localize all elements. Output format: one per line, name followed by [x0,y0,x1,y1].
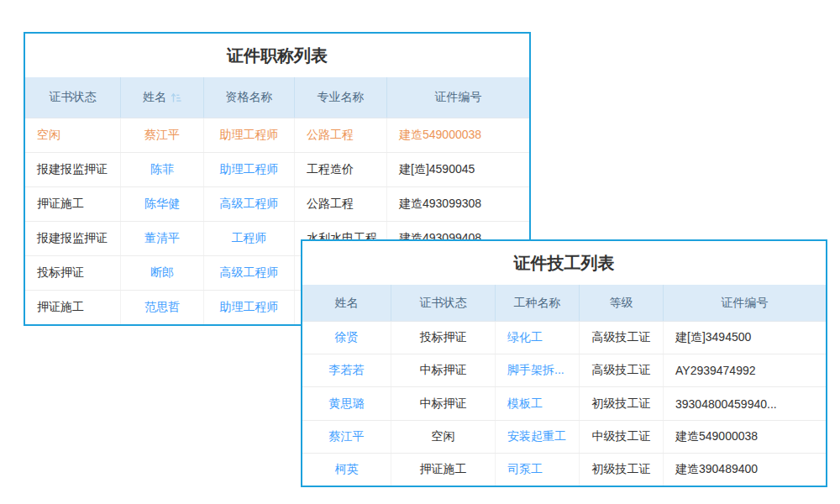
table-header-row: 证书状态 姓名 资格名称 专业名称 证件编号 [25,77,529,118]
cell-cert-no: 建[造]4590045 [387,153,529,186]
cell-job-type-link[interactable]: 司泵工 [496,454,580,486]
cell-name-link[interactable]: 范思哲 [121,291,204,324]
cell-job-type-link[interactable]: 安装起重工 [496,421,580,453]
table-header-row: 姓名 证书状态 工种名称 等级 证件编号 [302,285,826,321]
cell-name-link[interactable]: 陈华健 [121,187,204,221]
cell-status: 投标押证 [391,322,496,354]
cell-cert-no: AY2939474992 [664,354,826,386]
column-header-name[interactable]: 姓名 [121,77,204,118]
column-header-major: 专业名称 [295,77,387,118]
cell-status: 中标押证 [391,354,496,386]
cell-job-type-link[interactable]: 绿化工 [496,322,580,354]
cell-name-link[interactable]: 李若若 [302,354,391,386]
cell-status: 中标押证 [391,387,496,419]
cell-major: 工程造价 [295,153,387,186]
cell-status: 押证施工 [25,291,121,324]
cell-status: 押证施工 [391,454,496,486]
cell-name-link[interactable]: 陈菲 [121,153,204,186]
cell-qualification-link[interactable]: 助理工程师 [204,291,295,324]
cell-cert-no: 建造493099308 [387,187,529,221]
table-row[interactable]: 柯英 押证施工 司泵工 初级技工证 建造390489400 [302,453,826,486]
cell-status: 空闲 [25,118,121,152]
cell-status: 报建报监押证 [25,222,121,255]
cell-name-link[interactable]: 董清平 [121,222,204,255]
cell-name-link[interactable]: 柯英 [302,454,391,486]
cell-cert-no: 建造549000038 [387,118,529,152]
cell-major: 公路工程 [295,187,387,221]
cell-qualification-link[interactable]: 助理工程师 [204,153,295,186]
cell-name-link[interactable]: 徐贤 [302,322,391,354]
table-row[interactable]: 蔡江平 空闲 安装起重工 中级技工证 建造549000038 [302,420,826,453]
cell-qualification-link[interactable]: 高级工程师 [204,187,295,221]
cell-qualification-link[interactable]: 工程师 [204,222,295,255]
worker-table-body: 徐贤 投标押证 绿化工 高级技工证 建[造]3494500 李若若 中标押证 脚… [302,321,826,486]
table-row[interactable]: 黄思璐 中标押证 模板工 初级技工证 39304800459940... [302,386,826,419]
page-title: 证件职称列表 [25,34,529,77]
worker-certificate-table-panel: 证件技工列表 姓名 证书状态 工种名称 等级 证件编号 徐贤 投标押证 绿化工 … [301,239,827,487]
table-row[interactable]: 李若若 中标押证 脚手架拆... 高级技工证 AY2939474992 [302,354,826,386]
cell-major: 公路工程 [295,118,387,152]
column-header-level: 等级 [580,285,664,321]
column-header-cert-no: 证件编号 [387,77,529,118]
column-header-status: 证书状态 [391,285,496,321]
cell-level: 中级技工证 [580,421,664,453]
column-header-cert-no: 证件编号 [664,285,826,321]
cell-name-link[interactable]: 断郎 [121,256,204,290]
cell-cert-no: 建[造]3494500 [664,322,826,354]
cell-level: 高级技工证 [580,322,664,354]
column-header-name: 姓名 [302,285,391,321]
column-header-qualification: 资格名称 [204,77,295,118]
table-row[interactable]: 报建报监押证 陈菲 助理工程师 工程造价 建[造]4590045 [25,152,529,186]
cell-cert-no: 建造549000038 [664,421,826,453]
column-header-job-type: 工种名称 [496,285,580,321]
cell-job-type-link[interactable]: 模板工 [496,387,580,419]
column-header-status: 证书状态 [25,77,121,118]
cell-status: 押证施工 [25,187,121,221]
cell-status: 空闲 [391,421,496,453]
cell-status: 报建报监押证 [25,153,121,186]
cell-qualification-link[interactable]: 高级工程师 [204,256,295,290]
sort-ascending-icon[interactable] [171,92,181,103]
cell-cert-no: 39304800459940... [664,387,826,419]
table-row[interactable]: 空闲 蔡江平 助理工程师 公路工程 建造549000038 [25,118,529,152]
cell-name-link[interactable]: 黄思璐 [302,387,391,419]
cell-level: 高级技工证 [580,354,664,386]
page-title: 证件技工列表 [302,241,826,285]
table-row[interactable]: 押证施工 陈华健 高级工程师 公路工程 建造493099308 [25,186,529,221]
cell-cert-no: 建造390489400 [664,454,826,486]
cell-status: 投标押证 [25,256,121,290]
cell-level: 初级技工证 [580,454,664,486]
cell-name-link[interactable]: 蔡江平 [121,118,204,152]
cell-level: 初级技工证 [580,387,664,419]
cell-name-link[interactable]: 蔡江平 [302,421,391,453]
cell-job-type-link[interactable]: 脚手架拆... [496,354,580,386]
cell-qualification-link[interactable]: 助理工程师 [204,118,295,152]
table-row[interactable]: 徐贤 投标押证 绿化工 高级技工证 建[造]3494500 [302,321,826,354]
